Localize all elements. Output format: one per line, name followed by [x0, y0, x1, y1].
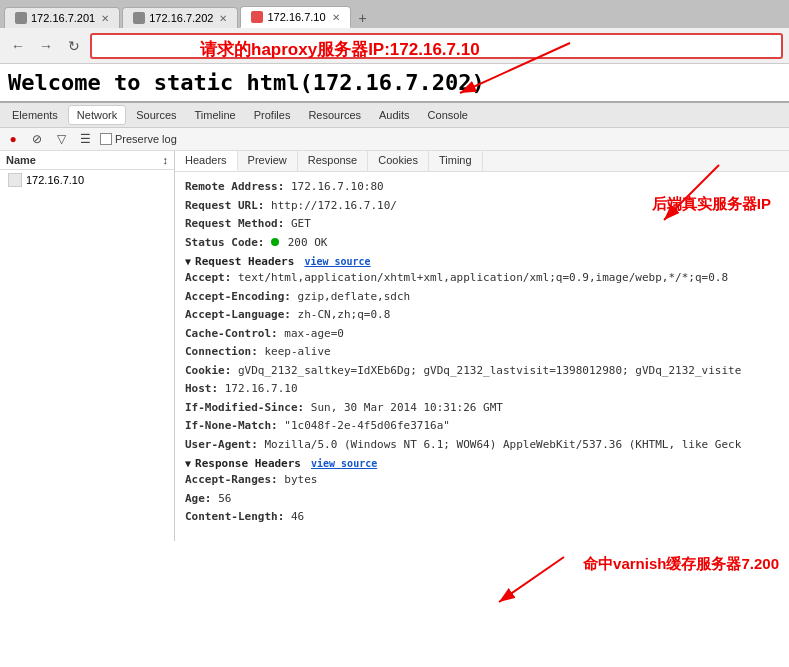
new-tab-button[interactable]: +	[353, 8, 373, 28]
accept-encoding-row: Accept-Encoding: gzip,deflate,sdch	[185, 288, 779, 307]
accept-ranges-row: Accept-Ranges: bytes	[185, 471, 779, 490]
remote-address-label: Remote Address:	[185, 180, 291, 193]
back-button[interactable]: ←	[6, 34, 30, 58]
cookie-value: gVDq_2132_saltkey=IdXEb6Dg; gVDq_2132_la…	[238, 364, 741, 377]
detail-tab-headers[interactable]: Headers	[175, 151, 238, 171]
sort-icon: ↕	[163, 154, 169, 166]
cookie-label: Cookie:	[185, 364, 238, 377]
status-code-label: Status Code:	[185, 236, 271, 249]
columns-button[interactable]: ☰	[76, 130, 94, 148]
varnish-arrow	[489, 552, 569, 612]
tab-audits[interactable]: Audits	[371, 106, 418, 124]
detail-tab-timing[interactable]: Timing	[429, 151, 483, 171]
tab-bar: 172.16.7.201 ✕ 172.16.7.202 ✕ 172.16.7.1…	[0, 0, 789, 28]
request-method-label: Request Method:	[185, 217, 291, 230]
status-ok-icon	[271, 238, 279, 246]
tab-close-2[interactable]: ✕	[219, 13, 227, 24]
detail-tab-response[interactable]: Response	[298, 151, 369, 171]
connection-label: Connection:	[185, 345, 264, 358]
detail-tab-cookies[interactable]: Cookies	[368, 151, 429, 171]
tab-timeline[interactable]: Timeline	[187, 106, 244, 124]
content-type-row: Content-Type: text/html; charset=UTF-8	[185, 527, 779, 528]
age-label: Age:	[185, 492, 218, 505]
connection-row: Connection: keep-alive	[185, 343, 779, 362]
status-code-value: 200 OK	[288, 236, 328, 249]
cache-control-value: max-age=0	[284, 327, 344, 340]
page-title: Welcome to static html(172.16.7.202)	[8, 68, 781, 97]
clear-button[interactable]: ⊘	[28, 130, 46, 148]
tab-close-1[interactable]: ✕	[101, 13, 109, 24]
view-source-link-req[interactable]: view source	[304, 256, 370, 267]
tab-label-3: 172.16.7.10	[267, 11, 325, 23]
connection-value: keep-alive	[264, 345, 330, 358]
request-url-label: Request URL:	[185, 199, 271, 212]
reload-button[interactable]: ↻	[62, 34, 86, 58]
sidebar-item-172-16-7-10[interactable]: 172.16.7.10	[0, 170, 174, 190]
page-content: Welcome to static html(172.16.7.202)	[0, 64, 789, 101]
tab-172-16-7-202[interactable]: 172.16.7.202 ✕	[122, 7, 238, 28]
tab-elements[interactable]: Elements	[4, 106, 66, 124]
tab-label-1: 172.16.7.201	[31, 12, 95, 24]
request-url-value: http://172.16.7.10/	[271, 199, 397, 212]
preserve-log-container[interactable]: Preserve log	[100, 133, 177, 145]
detail-tabs: Headers Preview Response Cookies Timing	[175, 151, 789, 172]
record-button[interactable]: ●	[4, 130, 22, 148]
accept-ranges-value: bytes	[284, 473, 317, 486]
if-modified-since-row: If-Modified-Since: Sun, 30 Mar 2014 10:3…	[185, 399, 779, 418]
preserve-log-checkbox[interactable]	[100, 133, 112, 145]
if-none-match-value: "1c048f-2e-4f5d06fe3716a"	[284, 419, 450, 432]
response-headers-section[interactable]: ▼ Response Headers view source	[185, 454, 779, 471]
tab-network[interactable]: Network	[68, 105, 126, 125]
accept-encoding-label: Accept-Encoding:	[185, 290, 298, 303]
tab-172-16-7-201[interactable]: 172.16.7.201 ✕	[4, 7, 120, 28]
age-row: Age: 56	[185, 490, 779, 509]
tab-resources[interactable]: Resources	[300, 106, 369, 124]
sidebar-header: Name ↕	[0, 151, 174, 170]
accept-encoding-value: gzip,deflate,sdch	[298, 290, 411, 303]
tab-console[interactable]: Console	[420, 106, 476, 124]
if-modified-since-value: Sun, 30 Mar 2014 10:31:26 GMT	[311, 401, 503, 414]
tab-icon-1	[15, 12, 27, 24]
preserve-log-label: Preserve log	[115, 133, 177, 145]
tab-172-16-7-10[interactable]: 172.16.7.10 ✕	[240, 6, 350, 28]
request-method-row: Request Method: GET	[185, 215, 779, 234]
triangle-icon: ▼	[185, 256, 191, 267]
forward-button[interactable]: →	[34, 34, 58, 58]
request-headers-label: Request Headers	[195, 255, 294, 268]
content-length-value: 46	[291, 510, 304, 523]
request-url-row: Request URL: http://172.16.7.10/	[185, 197, 779, 216]
tab-close-3[interactable]: ✕	[332, 12, 340, 23]
cookie-row: Cookie: gVDq_2132_saltkey=IdXEb6Dg; gVDq…	[185, 362, 779, 381]
devtools-main: Headers Preview Response Cookies Timing …	[175, 151, 789, 541]
user-agent-value: Mozilla/5.0 (Windows NT 6.1; WOW64) Appl…	[264, 438, 741, 451]
accept-row: Accept: text/html,application/xhtml+xml,…	[185, 269, 779, 288]
devtools-sidebar: Name ↕ 172.16.7.10	[0, 151, 175, 541]
if-modified-since-label: If-Modified-Since:	[185, 401, 311, 414]
devtools-body: Name ↕ 172.16.7.10 Headers Preview Respo…	[0, 151, 789, 541]
user-agent-label: User-Agent:	[185, 438, 264, 451]
view-source-link-resp[interactable]: view source	[311, 458, 377, 469]
varnish-annotation: 命中varnish缓存服务器7.200	[583, 555, 779, 574]
host-value: 172.16.7.10	[225, 382, 298, 395]
devtools-tab-bar: Elements Network Sources Timeline Profil…	[0, 103, 789, 128]
accept-language-row: Accept-Language: zh-CN,zh;q=0.8	[185, 306, 779, 325]
tab-sources[interactable]: Sources	[128, 106, 184, 124]
request-headers-section[interactable]: ▼ Request Headers view source	[185, 252, 779, 269]
detail-content: Remote Address: 172.16.7.10:80 Request U…	[175, 172, 789, 527]
accept-language-label: Accept-Language:	[185, 308, 298, 321]
if-none-match-row: If-None-Match: "1c048f-2e-4f5d06fe3716a"	[185, 417, 779, 436]
host-label: Host:	[185, 382, 225, 395]
if-none-match-label: If-None-Match:	[185, 419, 284, 432]
devtools-toolbar: ● ⊘ ▽ ☰ Preserve log	[0, 128, 789, 151]
haproxy-annotation: 请求的haproxy服务器IP:172.16.7.10	[200, 38, 480, 61]
request-method-value: GET	[291, 217, 311, 230]
accept-language-value: zh-CN,zh;q=0.8	[298, 308, 391, 321]
content-length-label: Content-Length:	[185, 510, 291, 523]
filter-button[interactable]: ▽	[52, 130, 70, 148]
devtools-panel: Elements Network Sources Timeline Profil…	[0, 101, 789, 541]
cache-control-label: Cache-Control:	[185, 327, 284, 340]
remote-address-value: 172.16.7.10:80	[291, 180, 384, 193]
detail-tab-preview[interactable]: Preview	[238, 151, 298, 171]
tab-profiles[interactable]: Profiles	[246, 106, 299, 124]
sidebar-item-label: 172.16.7.10	[26, 174, 84, 186]
